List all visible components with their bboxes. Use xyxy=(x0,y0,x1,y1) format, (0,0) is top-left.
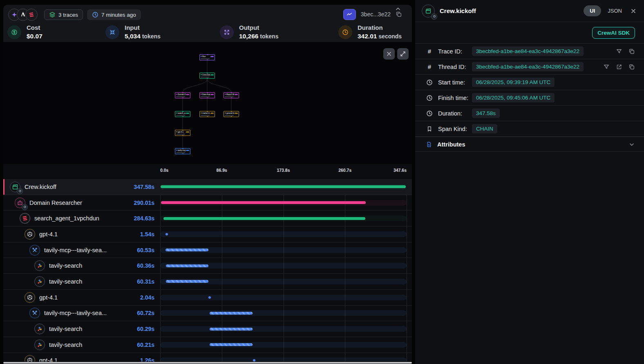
span-timeline-cell xyxy=(160,242,407,258)
node-label: Crew.kickoff xyxy=(202,74,210,76)
node-label: gpt-4.1 xyxy=(178,131,186,133)
field-row-start-time-: Start time:06/28/2025, 09:39:19 AM UTC xyxy=(415,75,644,90)
graph-node-header: Run xyxy=(201,55,214,58)
graph-node-domain[interactable]: Domain Research... xyxy=(175,92,190,98)
attributes-section[interactable]: Attributes xyxy=(415,137,644,152)
stat-input: Input5,034 tokens xyxy=(105,24,161,40)
node-icon xyxy=(176,113,177,114)
span-row-label-cell: gpt-4.12.04s xyxy=(3,290,160,305)
traces-count-badge[interactable]: 3 traces xyxy=(44,9,83,20)
graph-node-analyst[interactable]: Data Analyst xyxy=(199,92,215,98)
tavily-icon xyxy=(34,260,45,271)
graph-close-button[interactable] xyxy=(383,48,395,60)
node-label: Run xyxy=(202,55,210,58)
graph-node-general[interactable]: general & synop... xyxy=(224,111,239,117)
openai-icon xyxy=(25,229,35,240)
span-bar xyxy=(161,185,406,188)
node-subtitle xyxy=(176,134,185,135)
field-label: Trace ID: xyxy=(438,48,472,55)
span-row[interactable]: Crew.kickoff347.58s xyxy=(3,179,412,195)
span-row[interactable]: tavily-search60.36s xyxy=(3,258,412,274)
external-icon[interactable] xyxy=(616,64,622,70)
node-badge xyxy=(186,150,189,151)
span-timeline-cell xyxy=(160,195,407,211)
span-bar xyxy=(161,201,366,204)
span-row[interactable]: gpt-4.12.04s xyxy=(3,290,412,306)
span-duration: 60.29s xyxy=(137,326,154,332)
stat-duration: Duration342.01 seconds xyxy=(338,24,402,40)
timeline-axis: 0.0s86.9s173.8s260.7s347.6s xyxy=(3,164,412,179)
field-row-thread-id-: #Thread ID:3becbfed-a1be-ae84-ea3c-49428… xyxy=(415,59,644,75)
span-row[interactable]: tavily-mcp---tavily-sea...60.53s xyxy=(3,242,412,258)
node-label: tavily-mcp---... xyxy=(178,149,186,151)
copy-icon[interactable] xyxy=(628,48,635,55)
traces-count-label: 3 traces xyxy=(58,12,78,18)
span-row[interactable]: gpt-4.11.54s xyxy=(3,226,412,242)
span-waterfall: Crew.kickoff347.58sDomain Researcher290.… xyxy=(3,179,412,362)
graph-node-search[interactable]: search_agen... xyxy=(175,111,190,117)
graph-node-crew[interactable]: Crew.kickoff xyxy=(199,73,215,79)
funnel-icon[interactable] xyxy=(603,64,610,70)
tavily-icon xyxy=(34,340,45,350)
chevron-down-icon[interactable] xyxy=(628,141,635,148)
close-panel-icon[interactable] xyxy=(630,8,637,14)
horizontal-scrollbar[interactable] xyxy=(3,362,412,364)
tab-json[interactable]: JSON xyxy=(608,8,622,14)
axis-tick: 347.6s xyxy=(394,168,407,173)
span-duration: 60.31s xyxy=(137,278,154,285)
span-duration: 60.53s xyxy=(137,247,154,253)
span-timeline-cell xyxy=(160,179,407,195)
node-badge xyxy=(210,94,214,95)
document-icon xyxy=(426,141,432,148)
span-row[interactable]: gpt-4.11.26s xyxy=(3,353,412,362)
span-timeline-cell xyxy=(160,211,407,226)
span-name: gpt-4.1 xyxy=(39,357,136,362)
trace-summary-bar: 3 traces 7 minutes ago 3bec...3e22 Cost$… xyxy=(3,5,412,42)
span-row[interactable]: search_agent_1vpchdun284.63s xyxy=(3,211,412,226)
funnel-icon[interactable] xyxy=(616,48,622,55)
dollar-icon xyxy=(7,25,21,39)
field-value: CHAIN xyxy=(472,124,497,133)
graph-node-mcp[interactable]: tavily-mcp---... xyxy=(175,148,190,154)
span-name: gpt-4.1 xyxy=(39,294,136,301)
attributes-label: Attributes xyxy=(437,141,628,148)
graph-node-header: search_agen... xyxy=(176,112,189,114)
robot-icon xyxy=(15,198,25,208)
field-actions xyxy=(603,64,635,70)
node-icon xyxy=(201,94,202,95)
field-row-trace-id-: #Trace ID:3becbfed-a1be-ae84-ea3c-494286… xyxy=(415,44,644,59)
crew-icon xyxy=(10,182,20,192)
tab-ui[interactable]: UI xyxy=(584,5,601,16)
stat-unit: tokens xyxy=(258,33,278,40)
span-name: tavily-search xyxy=(49,262,133,269)
span-duration: 1.26s xyxy=(140,357,154,362)
copy-icon[interactable] xyxy=(628,64,635,70)
span-name: search_agent_1vpchdun xyxy=(34,215,130,222)
span-bar xyxy=(165,249,208,251)
crewai-subbadge-icon xyxy=(22,204,28,210)
node-icon xyxy=(201,56,202,57)
clock-icon xyxy=(338,25,352,39)
span-row[interactable]: tavily-search60.31s xyxy=(3,274,412,290)
span-row[interactable]: Domain Researcher290.01s xyxy=(3,195,412,211)
span-row[interactable]: tavily-search60.21s xyxy=(3,337,412,353)
span-row[interactable]: tavily-mcp---tavily-sea...60.72s xyxy=(3,306,412,322)
span-row[interactable]: tavily-search60.29s xyxy=(3,321,412,337)
node-subtitle xyxy=(201,115,210,116)
time-ago-label: 7 minutes ago xyxy=(101,12,136,18)
span-timeline-cell xyxy=(160,274,407,289)
node-icon xyxy=(201,74,202,75)
arrowsout-icon xyxy=(220,25,234,39)
graph-node-header: Report Writer xyxy=(225,93,238,95)
graph-expand-button[interactable] xyxy=(397,48,409,60)
graph-node-run[interactable]: Run xyxy=(199,54,215,60)
graph-node-writer[interactable]: Report Writer xyxy=(224,92,239,98)
field-value: 3becbfed-a1be-ae84-ea3c-4942867a3e22 xyxy=(472,62,584,71)
graph-node-gpt[interactable]: gpt-4.1 xyxy=(175,130,190,136)
trace-id-short: 3bec...3e22 xyxy=(361,11,391,18)
span-row-label-cell: search_agent_1vpchdun284.63s xyxy=(3,211,160,226)
collapse-stats-chevron-icon[interactable] xyxy=(395,6,401,14)
stat-text: Duration342.01 seconds xyxy=(358,24,402,40)
stat-label: Input xyxy=(125,24,161,31)
graph-node-market[interactable]: market & financ... xyxy=(199,111,215,117)
